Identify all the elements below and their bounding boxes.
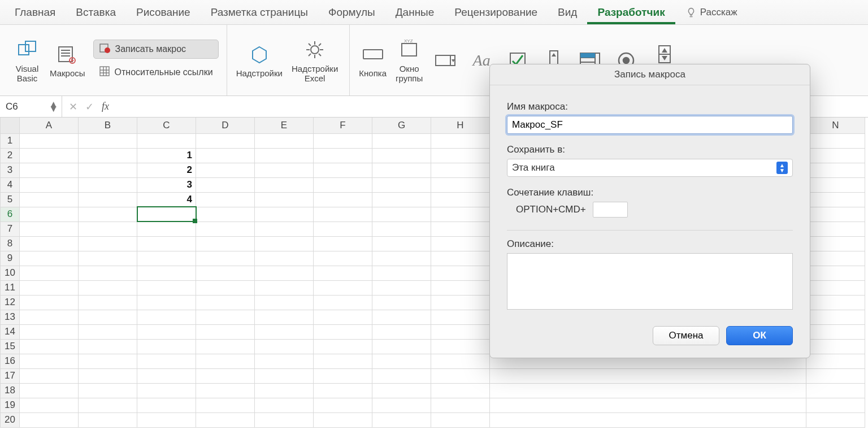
cell-N3[interactable]: [806, 163, 865, 177]
row-header-6[interactable]: 6: [1, 207, 20, 222]
cell-G3[interactable]: [372, 163, 431, 177]
col-header-E[interactable]: E: [255, 118, 314, 133]
cell-N17[interactable]: [806, 368, 865, 383]
visual-basic-button[interactable]: Visual Basic: [10, 36, 44, 85]
cell-G1[interactable]: [372, 133, 431, 148]
tab-developer[interactable]: Разработчик: [587, 1, 675, 24]
cell-H12[interactable]: [431, 295, 490, 310]
cell-G17[interactable]: [372, 368, 431, 383]
cell-H16[interactable]: [431, 354, 490, 368]
cell-A17[interactable]: [20, 368, 79, 383]
cell-D18[interactable]: [196, 383, 255, 398]
row-header-18[interactable]: 18: [1, 383, 20, 398]
cell-N2[interactable]: [806, 148, 865, 163]
cell-N9[interactable]: [806, 251, 865, 266]
tab-formulas[interactable]: Формулы: [318, 1, 385, 24]
cell-B20[interactable]: [79, 412, 137, 427]
cell-G19[interactable]: [372, 398, 431, 412]
cell-B5[interactable]: [79, 192, 137, 207]
cell-B8[interactable]: [79, 236, 137, 251]
cell-F10[interactable]: [314, 266, 372, 280]
store-in-select[interactable]: Эта книга ▲▼: [507, 159, 793, 177]
cell-C4[interactable]: 3: [137, 177, 196, 192]
row-header-14[interactable]: 14: [1, 324, 20, 339]
row-header-13[interactable]: 13: [1, 310, 20, 324]
cell-E11[interactable]: [255, 280, 314, 295]
tab-view[interactable]: Вид: [548, 1, 587, 24]
cell-C17[interactable]: [137, 368, 196, 383]
cell-A12[interactable]: [20, 295, 79, 310]
cell-E16[interactable]: [255, 354, 314, 368]
cell-H3[interactable]: [431, 163, 490, 177]
row-header-8[interactable]: 8: [1, 236, 20, 251]
cell-A11[interactable]: [20, 280, 79, 295]
select-all-corner[interactable]: [1, 118, 20, 133]
cell-E17[interactable]: [255, 368, 314, 383]
cell-A20[interactable]: [20, 412, 79, 427]
cell-C15[interactable]: [137, 339, 196, 354]
cell-C12[interactable]: [137, 295, 196, 310]
cell-F19[interactable]: [314, 398, 372, 412]
cell-E3[interactable]: [255, 163, 314, 177]
cell-H9[interactable]: [431, 251, 490, 266]
cell-D1[interactable]: [196, 133, 255, 148]
cell-N7[interactable]: [806, 222, 865, 236]
cell-A2[interactable]: [20, 148, 79, 163]
cell-F12[interactable]: [314, 295, 372, 310]
cell-E1[interactable]: [255, 133, 314, 148]
cell-H15[interactable]: [431, 339, 490, 354]
cell-G18[interactable]: [372, 383, 431, 398]
cell-N12[interactable]: [806, 295, 865, 310]
cell-A5[interactable]: [20, 192, 79, 207]
cell-E4[interactable]: [255, 177, 314, 192]
cell-D7[interactable]: [196, 222, 255, 236]
cell-N16[interactable]: [806, 354, 865, 368]
cell-N19[interactable]: [806, 398, 865, 412]
col-header-A[interactable]: A: [20, 118, 79, 133]
cell-B7[interactable]: [79, 222, 137, 236]
tab-review[interactable]: Рецензирование: [444, 1, 548, 24]
cell-G12[interactable]: [372, 295, 431, 310]
cell-C2[interactable]: 1: [137, 148, 196, 163]
cell-C10[interactable]: [137, 266, 196, 280]
cell-C8[interactable]: [137, 236, 196, 251]
cell-B17[interactable]: [79, 368, 137, 383]
cell-D20[interactable]: [196, 412, 255, 427]
cell-A19[interactable]: [20, 398, 79, 412]
cell-H7[interactable]: [431, 222, 490, 236]
tab-draw[interactable]: Рисование: [126, 1, 201, 24]
cell-E7[interactable]: [255, 222, 314, 236]
cell-B4[interactable]: [79, 177, 137, 192]
cell-G6[interactable]: [372, 207, 431, 222]
cell-B3[interactable]: [79, 163, 137, 177]
row-header-12[interactable]: 12: [1, 295, 20, 310]
row-header-20[interactable]: 20: [1, 412, 20, 427]
cancel-button[interactable]: Отмена: [653, 326, 719, 345]
cell-G10[interactable]: [372, 266, 431, 280]
cell-F7[interactable]: [314, 222, 372, 236]
cell-C5[interactable]: 4: [137, 192, 196, 207]
cell-D8[interactable]: [196, 236, 255, 251]
cell-B18[interactable]: [79, 383, 137, 398]
cell-H4[interactable]: [431, 177, 490, 192]
cell-B1[interactable]: [79, 133, 137, 148]
cell-N14[interactable]: [806, 324, 865, 339]
cell-C6[interactable]: [137, 207, 196, 222]
cell-G11[interactable]: [372, 280, 431, 295]
cell-C11[interactable]: [137, 280, 196, 295]
cell-N20[interactable]: [806, 412, 865, 427]
col-header-N[interactable]: N: [806, 118, 865, 133]
cell-E18[interactable]: [255, 383, 314, 398]
cell-D5[interactable]: [196, 192, 255, 207]
cell-B9[interactable]: [79, 251, 137, 266]
row-header-4[interactable]: 4: [1, 177, 20, 192]
cell-F14[interactable]: [314, 324, 372, 339]
col-header-H[interactable]: H: [431, 118, 490, 133]
cell-H6[interactable]: [431, 207, 490, 222]
cell-E12[interactable]: [255, 295, 314, 310]
cell-F18[interactable]: [314, 383, 372, 398]
cell-G4[interactable]: [372, 177, 431, 192]
cell-H10[interactable]: [431, 266, 490, 280]
name-box[interactable]: C6 ▲ ▼: [0, 96, 62, 117]
cell-F17[interactable]: [314, 368, 372, 383]
